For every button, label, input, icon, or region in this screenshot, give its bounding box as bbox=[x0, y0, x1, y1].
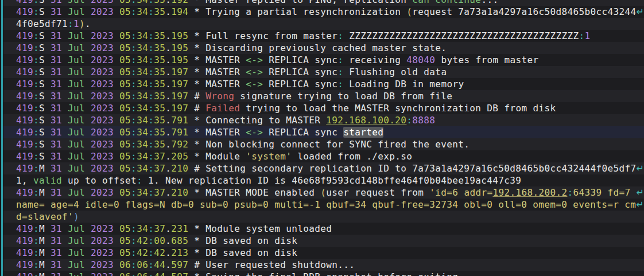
log-time: 34 bbox=[137, 151, 148, 162]
log-segment: ( bbox=[406, 6, 412, 17]
role-flag: S bbox=[39, 30, 51, 41]
log-date: 2023 bbox=[91, 0, 119, 5]
terminal-left-edge bbox=[0, 0, 3, 276]
log-segment: Setting secondary replication ID to 7a73… bbox=[205, 163, 636, 174]
log-line: 419:S 31 Jul 2023 05:34:35.197 * MASTER … bbox=[0, 66, 644, 78]
log-time: 35 bbox=[154, 30, 165, 41]
log-time: 197 bbox=[171, 91, 194, 102]
log-line-continuation: d=slaveof') bbox=[0, 211, 644, 223]
log-time: 34 bbox=[137, 42, 148, 53]
log-date: Jul bbox=[68, 235, 91, 246]
log-segment: : bbox=[33, 151, 39, 162]
log-segment: : bbox=[131, 127, 137, 138]
log-segment: Non blocking connect for SYNC fired the … bbox=[205, 139, 470, 150]
pid: 419 bbox=[16, 151, 33, 162]
log-line: 419:S 31 Jul 2023 05:34:35.197 # Failed … bbox=[0, 102, 644, 114]
log-segment: : bbox=[148, 103, 154, 114]
log-segment: : bbox=[33, 30, 39, 41]
log-time: 05 bbox=[119, 127, 131, 138]
log-time: 34 bbox=[137, 55, 148, 65]
log-segment: . bbox=[165, 235, 171, 246]
log-segment: : bbox=[148, 42, 154, 53]
log-time: 35 bbox=[154, 139, 165, 150]
role-flag: M bbox=[39, 259, 51, 270]
log-segment: . bbox=[165, 223, 171, 234]
log-time: 05 bbox=[119, 187, 131, 198]
log-time: 197 bbox=[171, 67, 194, 77]
log-date: 31 bbox=[51, 115, 68, 126]
log-time: 195 bbox=[171, 55, 194, 65]
log-line: 419:S 31 Jul 2023 05:34:35.195 * Discard… bbox=[0, 42, 644, 54]
log-segment: : bbox=[131, 271, 137, 276]
log-time: 35 bbox=[154, 55, 165, 65]
log-segment: REPLICA sync bbox=[263, 55, 337, 65]
log-date: 31 bbox=[51, 271, 68, 276]
log-time: 42 bbox=[154, 247, 165, 258]
line-wrap-icon: ↵ bbox=[636, 187, 644, 198]
log-date: 2023 bbox=[91, 30, 119, 41]
log-segment: ZZZZZZZZZZZZZZZZZZZZZZZZZZZZZZZZZZZZZZZZ bbox=[343, 30, 579, 41]
log-segment: Trying a partial resynchronization bbox=[205, 6, 406, 17]
log-time: 05 bbox=[119, 235, 131, 246]
log-date: Jul bbox=[68, 115, 91, 126]
role-flag: S bbox=[39, 0, 51, 5]
log-segment: 64339 fd=7 bbox=[573, 187, 636, 198]
log-segment: : bbox=[148, 235, 154, 246]
log-segment: MASTER bbox=[205, 67, 246, 77]
log-segment: REPLICA sync bbox=[263, 127, 343, 138]
line-wrap-icon: ↵ bbox=[636, 6, 644, 17]
pid: 419 bbox=[16, 79, 33, 90]
line-wrap-icon: ↵ bbox=[636, 199, 644, 210]
log-segment: Discarding previously cached master stat… bbox=[205, 42, 447, 53]
log-segment: 1 bbox=[73, 18, 79, 29]
log-time: 05 bbox=[119, 67, 131, 77]
log-time: 685 bbox=[171, 235, 194, 246]
role-flag: S bbox=[39, 55, 51, 65]
log-time: 05 bbox=[119, 42, 131, 53]
log-date: 2023 bbox=[91, 91, 119, 102]
log-segment: : bbox=[148, 127, 154, 138]
log-time: 197 bbox=[171, 79, 194, 90]
log-segment: User requested shutdown... bbox=[205, 259, 355, 270]
log-date: 2023 bbox=[91, 79, 119, 90]
pid: 419 bbox=[16, 271, 33, 276]
log-segment: : bbox=[148, 67, 154, 77]
log-date: 31 bbox=[51, 103, 68, 114]
log-line: 419:S 31 Jul 2023 05:34:35.195 * MASTER … bbox=[0, 54, 644, 66]
terminal-output: 419:S 31 Jul 2023 05:34:35.192 * Master … bbox=[0, 0, 644, 276]
log-date: 2023 bbox=[91, 67, 119, 77]
role-flag: S bbox=[39, 151, 51, 162]
log-segment: 'id=6 addr= bbox=[429, 187, 492, 198]
role-flag: S bbox=[39, 139, 51, 150]
log-segment: . bbox=[165, 42, 171, 53]
log-date: 31 bbox=[51, 247, 68, 258]
pid: 419 bbox=[16, 103, 33, 114]
log-line: 419:S 31 Jul 2023 05:34:35.192 * Master … bbox=[0, 0, 644, 6]
log-date: Jul bbox=[68, 247, 91, 258]
role-flag: S bbox=[39, 127, 51, 138]
log-date: Jul bbox=[68, 30, 91, 41]
log-segment: ... bbox=[481, 0, 498, 5]
log-segment: : bbox=[131, 103, 137, 114]
search-match: started bbox=[343, 127, 383, 138]
log-segment: Saving the final RDB snapshot before exi… bbox=[205, 271, 464, 276]
log-segment: bytes from master bbox=[435, 55, 538, 65]
log-date: Jul bbox=[68, 55, 91, 65]
log-segment: . bbox=[165, 0, 171, 5]
log-segment: : bbox=[33, 259, 39, 270]
log-date: Jul bbox=[68, 151, 91, 162]
log-segment: : bbox=[33, 115, 39, 126]
role-flag: S bbox=[39, 42, 51, 53]
log-time: 44 bbox=[154, 271, 165, 276]
log-segment: : bbox=[131, 0, 137, 5]
log-segment: : bbox=[148, 30, 154, 41]
scrollbar[interactable] bbox=[1, 0, 3, 276]
log-date: 31 bbox=[51, 42, 68, 53]
log-segment: : bbox=[33, 127, 39, 138]
log-segment: <-> bbox=[246, 127, 263, 138]
log-segment: : bbox=[148, 223, 154, 234]
log-time: 35 bbox=[154, 115, 165, 126]
log-line: 419:M 31 Jul 2023 06:06:44.597 * Saving … bbox=[0, 271, 644, 276]
log-segment: . bbox=[165, 151, 171, 162]
log-date: Jul bbox=[68, 127, 91, 138]
